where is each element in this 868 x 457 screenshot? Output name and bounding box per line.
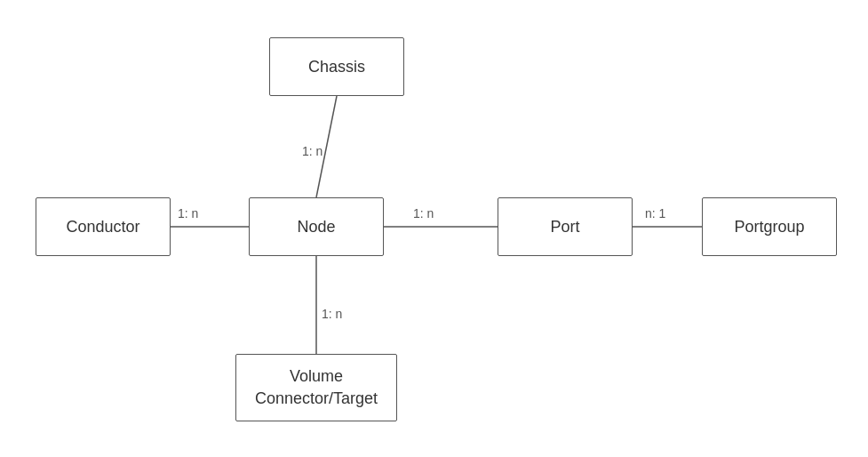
conductor-label: Conductor: [66, 218, 139, 237]
portgroup-label: Portgroup: [734, 218, 804, 237]
volume-connector-label: VolumeConnector/Target: [255, 365, 378, 410]
chassis-node-relation: 1: n: [302, 144, 323, 158]
port-portgroup-relation: n: 1: [645, 206, 665, 220]
volume-connector-entity: VolumeConnector/Target: [235, 354, 397, 421]
node-label: Node: [297, 218, 335, 237]
node-entity: Node: [249, 197, 384, 256]
node-port-relation: 1: n: [413, 206, 434, 220]
port-entity: Port: [498, 197, 633, 256]
conductor-entity: Conductor: [36, 197, 171, 256]
port-label: Port: [550, 218, 579, 237]
diagram-container: Chassis Conductor Node Port Portgroup Vo…: [0, 0, 868, 457]
chassis-entity: Chassis: [269, 37, 404, 96]
node-volume-relation: 1: n: [322, 307, 342, 321]
chassis-label: Chassis: [308, 58, 365, 76]
portgroup-entity: Portgroup: [702, 197, 837, 256]
conductor-node-relation: 1: n: [178, 206, 198, 220]
